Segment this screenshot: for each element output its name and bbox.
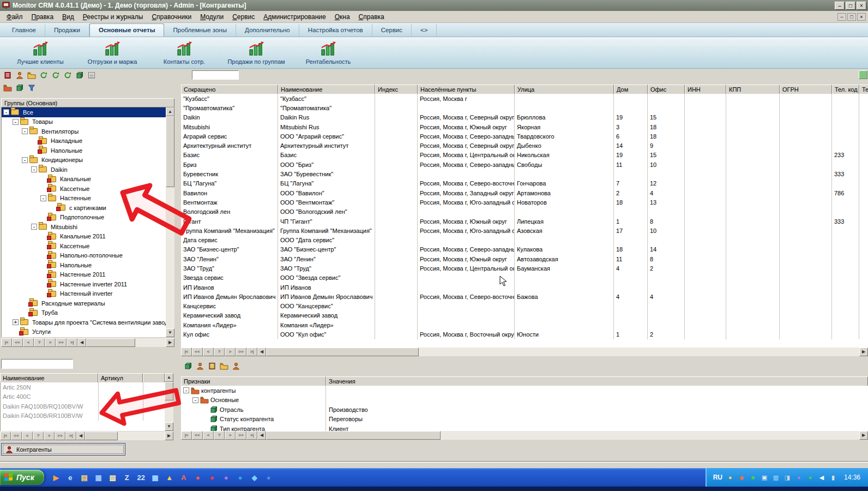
scrollbar-thumb[interactable] xyxy=(86,338,135,347)
table-row[interactable]: ВавилонООО "Вавилон"Россия, Москва г, За… xyxy=(181,188,868,197)
table-row[interactable]: ЗАО "Ленин"ЗАО "Ленин"Россия, Москва г, … xyxy=(181,254,868,264)
table-row[interactable]: Группа Компаний "Механизация"Группа Комп… xyxy=(181,226,868,235)
groups-view-icon[interactable] xyxy=(15,83,25,93)
tree-node[interactable]: -Daikin xyxy=(2,165,166,175)
scroll-right-icon[interactable]: ▶ xyxy=(859,348,868,356)
tree-node[interactable]: Услуги xyxy=(2,327,166,337)
table-row[interactable]: ЗАО "Бизнес-центр"ЗАО "Бизнес-центр"Росс… xyxy=(181,245,868,254)
tree-node[interactable]: -Вентиляторы xyxy=(2,127,166,136)
nav-button[interactable]: ? xyxy=(34,338,45,347)
table-row[interactable]: ГигантЧП "Гигант"Россия, Москва г, Южный… xyxy=(181,217,868,226)
menu-item[interactable]: Модули xyxy=(196,11,228,22)
notes-icon[interactable]: ▧ xyxy=(106,471,119,484)
menu-item[interactable]: Вид xyxy=(58,11,79,22)
archive-icon[interactable]: Z xyxy=(120,471,134,484)
table-row[interactable]: Архитектурный институтАрхитектурный инст… xyxy=(181,141,868,150)
menu-item[interactable]: Справочники xyxy=(147,11,196,22)
nav-button[interactable]: >| xyxy=(246,348,257,356)
nav-button[interactable]: ? xyxy=(214,431,225,440)
status-green-tray-icon[interactable]: ● xyxy=(806,473,815,482)
column-header[interactable]: Населённые пункты xyxy=(418,85,515,94)
mail-tray-icon[interactable]: ▣ xyxy=(760,473,769,482)
table-row[interactable]: БазисБазисРоссия, Москва г, Центральный … xyxy=(181,151,868,160)
nav-button[interactable]: ? xyxy=(214,348,225,356)
table-row[interactable]: Кул офисООО "Кул офис"Россия, Москва г, … xyxy=(181,330,868,339)
table-row[interactable]: Дата сервисООО "Дата сервис" xyxy=(181,235,868,244)
nav-button[interactable]: < xyxy=(23,338,34,347)
table-row[interactable]: Компания «Лидер»Компания «Лидер» xyxy=(181,320,868,330)
open-folder-icon[interactable] xyxy=(27,70,37,80)
nav-button[interactable]: |< xyxy=(0,432,11,440)
maximize-button[interactable]: □ xyxy=(846,2,855,10)
column-header[interactable]: Улица xyxy=(515,85,614,94)
tab-active[interactable]: Основные отчеты xyxy=(89,23,164,37)
volume-tray-icon[interactable]: ◀ xyxy=(817,473,826,482)
scroll-left-icon[interactable]: ◀ xyxy=(257,431,266,440)
mdi-close-button[interactable]: × xyxy=(857,13,866,21)
menu-item[interactable]: Окна xyxy=(330,11,354,22)
tree-node[interactable]: Напольно-потолочные xyxy=(2,251,166,261)
report-button[interactable]: Контакты сотр. xyxy=(150,39,218,67)
attribute-row[interactable]: ОтрасльПроизводство xyxy=(181,405,868,415)
tree-node[interactable]: +Товары для проекта "Система вентиляции … xyxy=(2,318,166,327)
shield-tray-icon[interactable]: ◆ xyxy=(737,473,746,482)
table-row[interactable]: Звезда сервисООО "Звезда сервис" xyxy=(181,273,868,283)
table-row[interactable]: БризООО "Бриз"Россия, Москва г, Северо-з… xyxy=(181,160,868,169)
column-header[interactable]: Наименование xyxy=(0,373,98,383)
nav-button[interactable]: < xyxy=(203,348,214,356)
expand-toggle-icon[interactable]: - xyxy=(192,397,198,403)
nav-button[interactable]: > xyxy=(225,348,236,356)
nav-button[interactable]: << xyxy=(192,348,203,356)
catalog-icon[interactable] xyxy=(219,361,229,371)
nav-button[interactable]: > xyxy=(225,431,236,440)
table-row[interactable]: DaikinDaikin RusРоссия, Москва г, Северн… xyxy=(181,113,868,122)
tree-node[interactable]: Накладные xyxy=(2,136,166,146)
attribute-row[interactable]: -контрагенты xyxy=(181,386,868,396)
scrollbar-thumb[interactable] xyxy=(266,348,419,356)
column-header[interactable]: Те xyxy=(859,85,868,94)
menu-item[interactable]: Файл xyxy=(2,11,27,22)
nav-button[interactable]: |< xyxy=(181,348,192,356)
scrollbar-track[interactable] xyxy=(266,431,859,440)
scrollbar-track[interactable] xyxy=(86,338,166,347)
nav-button[interactable]: >| xyxy=(67,338,77,347)
opera-icon[interactable]: ● xyxy=(206,471,219,484)
media-player-icon[interactable]: ▶ xyxy=(50,471,63,484)
note-icon[interactable] xyxy=(207,361,217,371)
menu-item[interactable]: Правка xyxy=(27,11,58,22)
column-header[interactable]: Офис xyxy=(648,85,685,94)
refresh-icon[interactable] xyxy=(39,70,49,80)
column-header[interactable]: ИНН xyxy=(685,85,726,94)
tab-item[interactable]: Настройка отчетов xyxy=(299,24,372,37)
expand-toggle-icon[interactable]: - xyxy=(3,109,9,115)
tree-node[interactable]: Настенные 2011 xyxy=(2,270,166,280)
mdi-minimize-button[interactable]: – xyxy=(837,13,846,21)
nav-button[interactable]: ? xyxy=(33,432,44,440)
scrollbar-track[interactable] xyxy=(85,432,165,440)
attribute-row[interactable]: -Основные xyxy=(181,396,868,405)
network-tray-icon[interactable]: ▥ xyxy=(771,473,780,482)
report-button[interactable]: Отгрузки и маржа xyxy=(79,39,146,67)
column-header[interactable]: Признаки xyxy=(181,376,326,386)
grid-filter-input[interactable] xyxy=(192,70,239,80)
tab-item[interactable]: Сервис xyxy=(372,24,412,37)
table-row[interactable]: MitsubishiMitsubishi RusРоссия, Москва г… xyxy=(181,122,868,131)
table-row[interactable]: "Кузбасс""Кузбасс"Россия, Москва г xyxy=(181,94,868,103)
panel-corner-button[interactable] xyxy=(859,70,867,79)
nav-button[interactable]: >> xyxy=(56,338,67,347)
table-row[interactable]: Вологодский ленООО "Вологодский лен" xyxy=(181,207,868,217)
export-icon[interactable] xyxy=(75,70,85,80)
calendar-icon[interactable]: 22 xyxy=(135,471,148,484)
tree-node[interactable]: Труба xyxy=(2,308,166,318)
nav-button[interactable]: << xyxy=(12,338,23,347)
nav-button[interactable]: < xyxy=(22,432,33,440)
product-search-input[interactable] xyxy=(1,359,73,369)
language-indicator[interactable]: RU xyxy=(713,474,722,481)
pen-tray-icon[interactable]: ▮ xyxy=(829,473,837,482)
attribute-row[interactable]: Тип контрагентаКлиент xyxy=(181,424,868,431)
list-settings-icon[interactable] xyxy=(87,70,97,80)
column-header[interactable]: Наименование xyxy=(278,85,375,94)
start-button[interactable]: Пуск xyxy=(0,470,44,485)
antivirus-tray-icon[interactable]: ■ xyxy=(749,473,757,482)
person-icon[interactable] xyxy=(231,361,241,371)
